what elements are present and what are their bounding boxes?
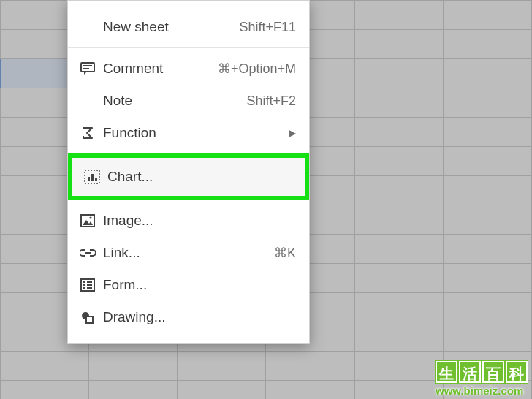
chart-icon: [81, 170, 103, 184]
menu-item-shortcut: ⌘+Option+M: [218, 61, 296, 77]
menu-item-image[interactable]: Image...: [68, 205, 309, 237]
menu-item-label: Link...: [103, 245, 140, 261]
submenu-arrow-icon: ▶: [289, 128, 296, 138]
menu-separator: [68, 48, 309, 48]
menu-item-label: Form...: [103, 277, 147, 293]
menu-item-shortcut: ⌘K: [274, 245, 296, 261]
highlighted-item: Chart...: [68, 153, 309, 200]
menu-item-link[interactable]: Link... ⌘K: [68, 237, 309, 269]
watermark-char: 活: [459, 361, 481, 383]
menu-item-label: Chart...: [107, 169, 153, 185]
menu-item-chart[interactable]: Chart...: [72, 158, 305, 196]
watermark-char: 百: [482, 361, 504, 383]
menu-item-label: Image...: [103, 213, 153, 229]
menu-item-drawing[interactable]: Drawing...: [68, 301, 309, 333]
form-icon: [77, 278, 99, 292]
watermark-title: 生 活 百 科: [436, 361, 528, 383]
menu-item-note[interactable]: Note Shift+F2: [68, 85, 309, 117]
menu-item-shortcut: Shift+F2: [246, 94, 296, 109]
svg-marker-8: [83, 220, 93, 225]
menu-item-label: Drawing...: [103, 309, 166, 325]
menu-item-new-sheet[interactable]: New sheet Shift+F11: [68, 11, 309, 43]
menu-item-form[interactable]: Form...: [68, 269, 309, 301]
watermark-char: 生: [436, 361, 457, 383]
menu-item-label: New sheet: [103, 19, 169, 35]
drawing-icon: [77, 310, 99, 324]
menu-item-comment[interactable]: Comment ⌘+Option+M: [68, 53, 309, 85]
link-icon: [77, 248, 99, 257]
menu-item-label: Function: [103, 125, 156, 141]
svg-rect-0: [81, 63, 94, 72]
menu-item-function[interactable]: Function ▶: [68, 117, 309, 149]
svg-rect-6: [95, 178, 97, 181]
menu-item-shortcut: Shift+F11: [239, 20, 296, 35]
watermark-char: 科: [506, 361, 528, 383]
insert-menu: New sheet Shift+F11 Comment ⌘+Option+M N…: [67, 0, 310, 344]
svg-point-9: [89, 216, 91, 218]
svg-rect-18: [86, 316, 93, 323]
menu-item-label: Note: [103, 93, 132, 109]
sigma-icon: [77, 126, 99, 140]
svg-rect-4: [88, 177, 90, 181]
menu-item-label: Comment: [103, 61, 163, 77]
watermark: 生 活 百 科 www.bimeiz.com: [436, 361, 528, 396]
watermark-url: www.bimeiz.com: [436, 385, 528, 396]
comment-icon: [77, 62, 99, 75]
svg-rect-5: [91, 174, 94, 181]
image-icon: [77, 214, 99, 227]
